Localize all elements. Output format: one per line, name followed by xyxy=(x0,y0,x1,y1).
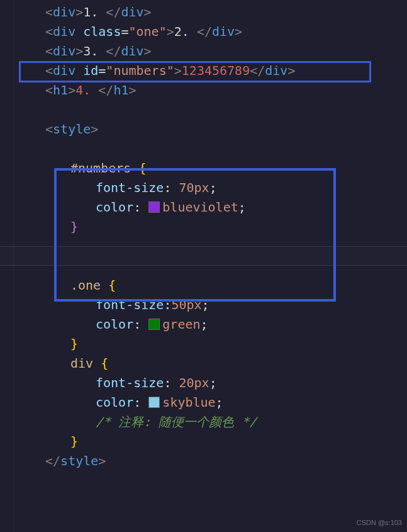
text-content: 1. xyxy=(83,4,106,20)
attr-value: numbers xyxy=(113,63,166,78)
brace-open: { xyxy=(101,356,108,371)
watermark: CSDN @s:103 xyxy=(357,518,402,528)
angle-open: < xyxy=(45,4,53,20)
code-line[interactable]: <div class="one">2. </div> xyxy=(45,22,407,42)
tag-name: div xyxy=(121,4,143,20)
angle-open: </ xyxy=(106,4,121,20)
css-value: 70px xyxy=(179,180,209,195)
blank-line xyxy=(45,100,407,120)
attr-value: one xyxy=(137,24,159,39)
css-selector: div xyxy=(70,356,93,371)
blank-line xyxy=(45,256,407,276)
code-line[interactable]: font-size: 70px; xyxy=(45,178,407,198)
code-line[interactable]: } xyxy=(45,432,407,451)
css-property: font-size xyxy=(96,375,164,390)
css-value: 50px xyxy=(171,297,201,312)
code-line[interactable]: } xyxy=(45,217,407,237)
brace-close: } xyxy=(70,434,78,449)
css-selector: .one xyxy=(70,278,101,293)
code-line[interactable]: </style> xyxy=(45,451,407,471)
color-swatch-icon xyxy=(148,201,160,213)
css-value: 20px xyxy=(179,375,209,390)
css-property: font-size xyxy=(96,297,164,312)
text-content: 3. xyxy=(83,43,106,59)
angle-close: > xyxy=(75,4,83,20)
code-line[interactable]: font-size: 20px; xyxy=(45,373,407,393)
text-content: 123456789 xyxy=(182,63,250,78)
tag-name: div xyxy=(53,4,75,20)
brace-open: { xyxy=(138,161,146,176)
code-line[interactable]: #numbers { xyxy=(45,159,407,178)
code-editor[interactable]: <div>1. </div> <div class="one">2. </div… xyxy=(0,0,407,471)
text-content: 4. xyxy=(75,82,98,98)
text-content: 2. xyxy=(174,24,197,39)
attr-name: id xyxy=(83,63,98,78)
css-property: color xyxy=(96,395,133,410)
code-line[interactable]: color: skyblue; xyxy=(45,393,407,412)
code-line[interactable]: color: blueviolet; xyxy=(45,198,407,217)
color-swatch-icon xyxy=(148,319,160,330)
css-value: blueviolet xyxy=(162,200,238,215)
code-line[interactable]: <h1>4. </h1> xyxy=(45,81,407,100)
blank-line xyxy=(45,237,407,256)
css-selector: #numbers xyxy=(70,161,131,176)
css-comment: /* 注释: 随便一个颜色 */ xyxy=(96,414,257,429)
brace-open: { xyxy=(108,278,116,293)
css-property: color xyxy=(96,317,133,332)
css-property: font-size xyxy=(96,180,164,195)
code-line[interactable]: <style> xyxy=(45,120,407,139)
code-line[interactable]: font-size:50px; xyxy=(45,295,407,315)
blank-line xyxy=(45,139,407,159)
brace-close: } xyxy=(70,336,78,351)
css-property: color xyxy=(96,200,133,215)
code-line[interactable]: <div>1. </div> xyxy=(45,3,407,22)
brace-close: } xyxy=(70,219,78,234)
code-line[interactable]: div { xyxy=(45,354,407,373)
code-line[interactable]: .one { xyxy=(45,276,407,295)
css-value: green xyxy=(162,317,200,332)
angle-close: > xyxy=(144,4,152,20)
color-swatch-icon xyxy=(148,397,160,408)
code-line[interactable]: } xyxy=(45,334,407,354)
code-line-highlighted[interactable]: <div id="numbers">123456789</div> xyxy=(45,61,407,81)
code-line[interactable]: <div>3. </div> xyxy=(45,42,407,61)
attr-name: class xyxy=(83,24,121,39)
code-line[interactable]: /* 注释: 随便一个颜色 */ xyxy=(45,412,407,432)
css-value: skyblue xyxy=(162,395,215,410)
code-line[interactable]: color: green; xyxy=(45,315,407,334)
